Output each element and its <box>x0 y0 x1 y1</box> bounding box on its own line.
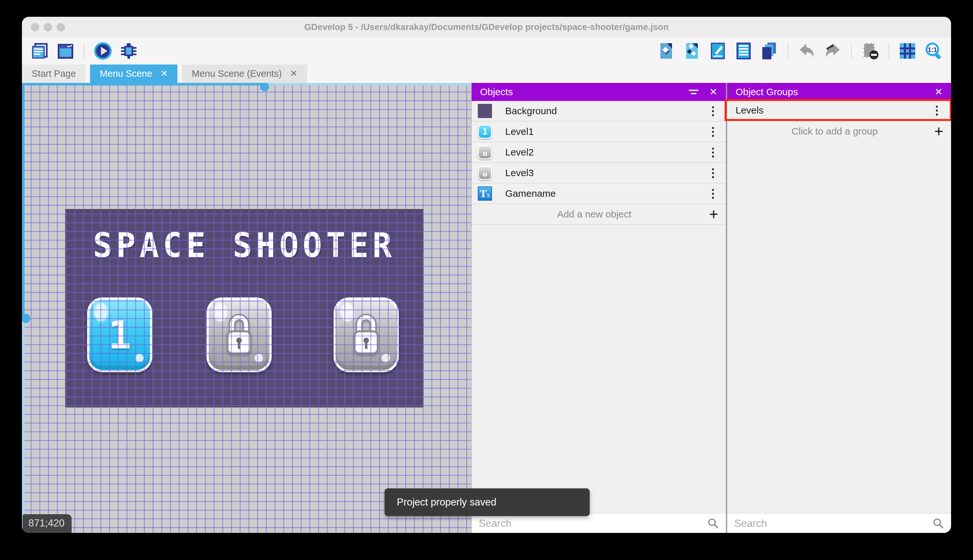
add-group-row[interactable]: Click to add a group + <box>727 121 951 142</box>
close-icon[interactable]: ✕ <box>935 87 943 97</box>
tab-label: Menu Scene (Events) <box>192 68 282 79</box>
lock-icon <box>482 168 488 178</box>
lock-icon <box>221 312 257 357</box>
grid-icon[interactable] <box>898 42 917 60</box>
toolbar-separator <box>888 43 889 59</box>
level1-button-object[interactable]: 1 <box>87 297 152 372</box>
tab-menu-scene-events[interactable]: Menu Scene (Events) ✕ <box>182 65 307 83</box>
object-row-level3[interactable]: Level3 ⋮ <box>472 163 726 183</box>
scrollbar-fill <box>22 83 25 318</box>
vertical-scrollbar[interactable] <box>22 83 25 533</box>
titlebar: GDevelop 5 - /Users/dkarakay/Documents/G… <box>22 17 951 37</box>
groups-search-bar <box>727 513 951 533</box>
lock-icon <box>482 147 488 157</box>
object-row-level2[interactable]: Level2 ⋮ <box>472 142 726 163</box>
cursor-coordinates-badge: 871;420 <box>23 514 72 533</box>
objects-editor-icon[interactable] <box>657 42 676 60</box>
project-manager-icon[interactable] <box>30 42 49 60</box>
close-icon[interactable]: ✕ <box>710 87 718 97</box>
level2-button-object[interactable] <box>207 297 272 372</box>
group-row-levels-wrap: Levels ⋮ <box>727 101 951 120</box>
instances-list-icon[interactable] <box>734 42 753 60</box>
play-icon[interactable] <box>93 42 112 60</box>
close-icon[interactable]: ✕ <box>290 69 297 78</box>
gloss-dot <box>382 354 390 362</box>
debug-icon[interactable] <box>119 42 138 60</box>
tab-menu-scene[interactable]: Menu Scene ✕ <box>90 65 177 83</box>
object-groups-panel: Object Groups ✕ Levels ⋮ Click to add a … <box>727 83 951 533</box>
horizontal-scrollbar-thumb[interactable] <box>260 83 269 91</box>
scene-title-text-object[interactable]: SPACE SHOOTER <box>66 225 423 265</box>
add-object-row[interactable]: Add a new object + <box>472 204 726 225</box>
app-window: GDevelop 5 - /Users/dkarakay/Documents/G… <box>22 17 951 533</box>
object-groups-panel-header: Object Groups ✕ <box>727 83 951 101</box>
toolbar-left-group <box>30 37 138 65</box>
window-title: GDevelop 5 - /Users/dkarakay/Documents/G… <box>22 17 951 37</box>
groups-search-input[interactable] <box>734 517 932 529</box>
gloss-highlight <box>94 303 108 322</box>
scrollbar-fill <box>22 83 265 85</box>
toolbar-right-group: 1:1 <box>657 37 943 65</box>
objects-panel-header: Objects ✕ <box>472 83 726 101</box>
level3-button-object[interactable] <box>333 297 399 372</box>
scene-window-icon[interactable] <box>56 42 75 60</box>
kebab-menu-icon[interactable]: ⋮ <box>707 105 719 117</box>
toolbar-separator <box>851 43 852 59</box>
plus-icon[interactable]: + <box>709 207 718 222</box>
close-icon[interactable]: ✕ <box>161 69 168 78</box>
properties-icon[interactable] <box>708 42 727 60</box>
object-thumbnail <box>478 145 492 160</box>
object-groups-panel-title: Object Groups <box>736 87 935 97</box>
toolbar-separator <box>84 43 85 59</box>
vertical-scrollbar-thumb[interactable] <box>22 314 30 323</box>
search-icon <box>707 517 719 529</box>
tab-label: Start Page <box>32 68 76 79</box>
objects-search-input[interactable] <box>479 517 707 529</box>
redo-icon[interactable] <box>823 42 842 60</box>
tab-start-page[interactable]: Start Page <box>22 65 85 83</box>
content-area: SPACE SHOOTER 1 <box>22 83 951 533</box>
lock-icon <box>348 312 384 357</box>
undo-icon[interactable] <box>798 42 816 60</box>
kebab-menu-icon[interactable]: ⋮ <box>707 126 719 137</box>
svg-text:1:1: 1:1 <box>928 46 937 53</box>
zoom-one-to-one-icon[interactable]: 1:1 <box>924 42 943 60</box>
object-thumbnail: 1 <box>478 124 492 139</box>
kebab-menu-icon[interactable]: ⋮ <box>707 188 719 199</box>
objects-panel-title: Objects <box>480 87 689 97</box>
kebab-menu-icon[interactable]: ⋮ <box>707 167 719 179</box>
scene-editor-canvas[interactable]: SPACE SHOOTER 1 <box>22 83 471 533</box>
group-row-levels[interactable]: Levels ⋮ <box>727 101 951 120</box>
horizontal-scrollbar[interactable] <box>22 83 471 85</box>
object-row-background[interactable]: Background ⋮ <box>472 101 726 122</box>
tabbar: Start Page Menu Scene ✕ Menu Scene (Even… <box>22 65 951 83</box>
plus-icon[interactable]: + <box>934 123 943 139</box>
object-row-gamename[interactable]: Tx Gamename ⋮ <box>472 183 726 204</box>
save-toast: Project properly saved <box>385 488 590 516</box>
toggle-mask-icon[interactable] <box>861 42 880 60</box>
toolbar-separator <box>788 43 788 59</box>
layers-icon[interactable] <box>760 42 779 60</box>
tab-label: Menu Scene <box>100 68 152 79</box>
filter-icon[interactable] <box>689 90 698 94</box>
kebab-menu-icon[interactable]: ⋮ <box>931 105 943 116</box>
object-groups-icon[interactable] <box>683 42 701 60</box>
object-thumbnail <box>478 165 492 180</box>
kebab-menu-icon[interactable]: ⋮ <box>707 147 719 158</box>
object-thumbnail <box>478 103 492 118</box>
object-row-level1[interactable]: 1 Level1 ⋮ <box>472 122 726 142</box>
gloss-dot <box>135 354 143 362</box>
game-scene-background[interactable]: SPACE SHOOTER 1 <box>65 209 423 407</box>
gloss-dot <box>255 354 263 362</box>
toolbar: 1:1 <box>22 37 951 65</box>
objects-panel: Objects ✕ Background ⋮ 1 Level1 ⋮ Level2… <box>471 83 726 533</box>
search-icon <box>932 517 944 529</box>
object-thumbnail: Tx <box>478 186 492 201</box>
